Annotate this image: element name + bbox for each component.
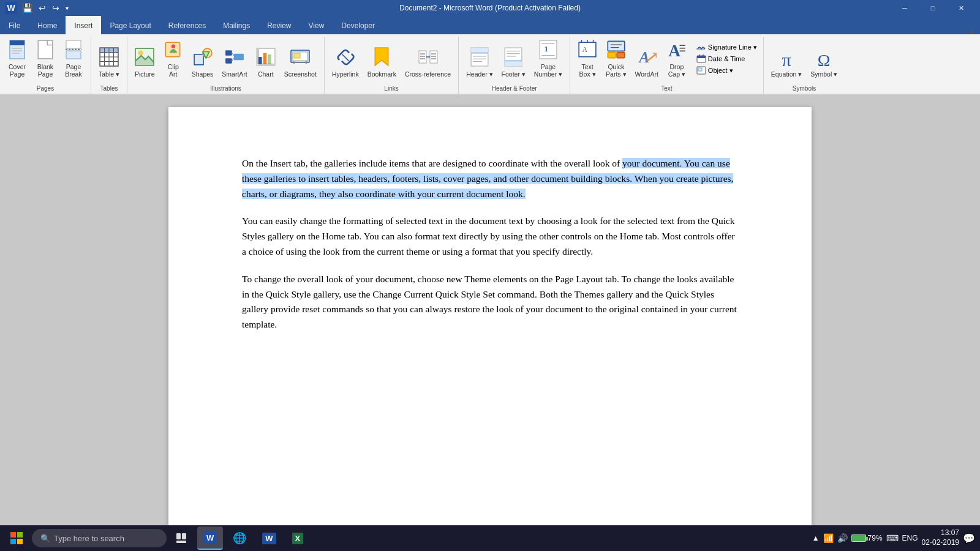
keyboard-layout[interactable]: ENG (902, 534, 918, 542)
taskbar-word-app-2[interactable]: W (256, 527, 282, 550)
tab-developer[interactable]: Developer (333, 16, 383, 34)
page-number-button[interactable]: 1 PageNumber ▾ (530, 40, 566, 81)
header-button[interactable]: Header ▾ (462, 40, 496, 81)
hyperlink-button[interactable]: Hyperlink (328, 40, 363, 81)
equation-icon: π (782, 51, 791, 69)
footer-button[interactable]: Footer ▾ (498, 40, 529, 81)
svg-rect-96 (10, 539, 16, 544)
svg-rect-56 (471, 48, 488, 53)
screenshot-icon (290, 47, 310, 69)
table-label: Table ▾ (99, 70, 119, 78)
cross-reference-button[interactable]: Cross-reference (401, 40, 454, 81)
paragraph-3-text: To change the overall look of your docum… (242, 274, 737, 329)
taskbar-chrome-app[interactable]: 🌐 (227, 527, 252, 550)
picture-label: Picture (135, 70, 155, 78)
taskbar-clock[interactable]: 13:07 02-02-2019 (922, 528, 959, 547)
title-bar-left: W 💾 ↩ ↪ ▾ (5, 2, 76, 14)
text-items: A TextBox ▾ QuickParts ▾ A↗ WordArt (574, 38, 760, 83)
battery-level: 79% (868, 534, 883, 542)
word-app-icon: W (5, 2, 17, 14)
picture-button[interactable]: Picture (131, 40, 159, 81)
svg-rect-89 (697, 56, 706, 58)
tab-bar: File Home Insert Page Layout References … (0, 16, 980, 34)
svg-rect-7 (66, 51, 81, 59)
taskbar-word-app[interactable]: W (197, 527, 223, 550)
taskbar-search[interactable]: 🔍 Type here to search (32, 529, 167, 547)
save-button[interactable]: 💾 (20, 2, 35, 14)
search-icon: 🔍 (40, 534, 50, 543)
tables-group-label: Tables (95, 83, 123, 94)
svg-rect-28 (225, 59, 232, 64)
blank-page-button[interactable]: BlankPage (32, 40, 59, 81)
screenshot-button[interactable]: Screenshot (281, 40, 320, 81)
paragraph-1-normal-text: On the Insert tab, the galleries include… (242, 158, 622, 168)
svg-rect-17 (105, 48, 109, 52)
window-controls: ─ □ ✕ (891, 0, 975, 16)
text-box-button[interactable]: A TextBox ▾ (574, 40, 601, 81)
tab-mailings[interactable]: Mailings (214, 16, 258, 34)
ribbon-content: CoverPage BlankPage PageBreak Pages (0, 34, 980, 94)
undo-button[interactable]: ↩ (36, 2, 48, 14)
tab-home[interactable]: Home (29, 16, 66, 34)
signature-line-label: Signature Line ▾ (708, 43, 757, 51)
cover-page-button[interactable]: CoverPage (4, 40, 31, 81)
paragraph-2: You can easily change the formatting of … (242, 214, 738, 259)
svg-rect-78 (617, 52, 625, 58)
smart-art-icon (225, 47, 244, 69)
notification-button[interactable]: 💬 (963, 533, 975, 544)
footer-label: Footer ▾ (502, 70, 526, 78)
close-button[interactable]: ✕ (947, 0, 975, 16)
illustrations-group-label: Illustrations (131, 83, 320, 94)
minimize-button[interactable]: ─ (891, 0, 919, 16)
svg-line-30 (232, 53, 234, 56)
shapes-button[interactable]: Shapes (188, 40, 217, 81)
tab-view[interactable]: View (300, 16, 333, 34)
picture-icon (135, 47, 154, 69)
shapes-label: Shapes (192, 70, 214, 78)
redo-button[interactable]: ↪ (50, 2, 62, 14)
svg-rect-71 (579, 42, 596, 56)
tab-review[interactable]: Review (258, 16, 300, 34)
table-button[interactable]: Table ▾ (95, 40, 123, 81)
page-break-button[interactable]: PageBreak (60, 40, 87, 81)
up-arrow-icon[interactable]: ▲ (812, 534, 820, 542)
paragraph-1: On the Insert tab, the galleries include… (242, 156, 738, 201)
tab-file[interactable]: File (0, 16, 29, 34)
links-group-label: Links (328, 83, 454, 94)
signature-line-button[interactable]: Signature Line ▾ (694, 42, 760, 53)
word-art-button[interactable]: A↗ WordArt (631, 40, 662, 81)
svg-rect-47 (430, 51, 437, 63)
taskbar-excel-app[interactable]: X (286, 527, 310, 550)
symbol-icon: Ω (818, 52, 831, 69)
system-tray: ▲ 📶 🔊 79% ⌨ ENG 13:07 02-02-2019 💬 (812, 528, 975, 547)
chart-label: Chart (258, 70, 274, 78)
window-title: Document2 - Microsoft Word (Product Acti… (399, 4, 581, 12)
tab-references[interactable]: References (160, 16, 214, 34)
network-icon[interactable]: 📶 (823, 533, 834, 543)
drop-cap-button[interactable]: A DropCap ▾ (663, 40, 690, 81)
svg-rect-77 (608, 52, 616, 58)
text-group-label: Text (574, 83, 760, 94)
volume-icon[interactable]: 🔊 (837, 533, 848, 543)
page-number-icon: 1 (538, 40, 558, 62)
maximize-button[interactable]: □ (919, 0, 947, 16)
ribbon-collapse-button[interactable]: ▲ (963, 27, 980, 34)
clip-art-button[interactable]: ClipArt (160, 40, 187, 81)
start-button[interactable] (5, 527, 28, 550)
smart-art-button[interactable]: SmartArt (218, 40, 251, 81)
text-box-icon: A (578, 40, 597, 62)
date-time-button[interactable]: Date & Time (694, 53, 760, 64)
equation-button[interactable]: π Equation ▾ (767, 40, 805, 81)
date-time-label: Date & Time (708, 55, 745, 62)
document-page: On the Insert tab, the galleries include… (168, 107, 812, 526)
task-view-button[interactable] (170, 527, 194, 550)
customize-qat-button[interactable]: ▾ (63, 4, 71, 13)
quick-parts-button[interactable]: QuickParts ▾ (602, 40, 630, 81)
tab-insert[interactable]: Insert (66, 16, 101, 34)
tab-page-layout[interactable]: Page Layout (101, 16, 159, 34)
input-indicator[interactable]: ⌨ (886, 533, 899, 543)
object-button[interactable]: Object ▾ (694, 65, 760, 76)
bookmark-button[interactable]: Bookmark (364, 40, 400, 81)
chart-button[interactable]: Chart (252, 40, 279, 81)
symbol-button[interactable]: Ω Symbol ▾ (807, 40, 841, 81)
